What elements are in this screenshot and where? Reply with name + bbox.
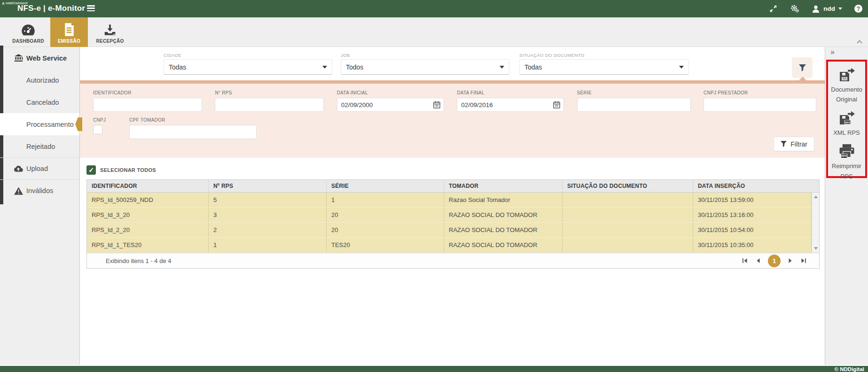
current-page[interactable]: 1 — [768, 255, 781, 267]
sidebar-item-autorizado[interactable]: Autorizado — [0, 69, 79, 91]
collapse-panel-icon[interactable]: » — [830, 48, 835, 56]
filtrar-button[interactable]: Filtrar — [774, 137, 814, 151]
chevron-down-icon — [838, 8, 842, 10]
table-row[interactable]: RPS_Id_2_20 2 20 RAZAO SOCIAL DO TOMADOR… — [87, 223, 819, 238]
tab-emissao[interactable]: EMISSÃO — [50, 17, 88, 47]
sidebar: Web Service Autorizado Cancelado Process… — [0, 47, 80, 365]
sidebar-item-web-service[interactable]: Web Service — [0, 47, 79, 69]
ribbon-toolbar: DASHBOARD EMISSÃO RECEPÇÃO — [0, 17, 868, 47]
topbar: nddConnect NFS-e | e-Monitor ndd ? — [0, 0, 868, 17]
sidebar-item-invalidos[interactable]: Inválidos — [0, 179, 79, 202]
help-icon[interactable]: ? — [854, 5, 862, 13]
data-final-field: DATA FINAL — [457, 90, 564, 112]
data-final-input[interactable] — [457, 98, 564, 112]
col-data-insercao[interactable]: DATA INSERÇÃO — [693, 180, 819, 192]
app-window: nddConnect NFS-e | e-Monitor ndd ? — [0, 0, 868, 372]
cnpj-checkbox[interactable] — [93, 125, 102, 134]
cpf-tomador-field: CPF TOMADOR — [129, 117, 257, 139]
print-rps-icon: RPS — [838, 144, 855, 159]
serie-field: SÉRIE — [577, 90, 691, 112]
select-all-label: SELECIONAR TODOS — [100, 167, 156, 173]
select-all-checkbox[interactable]: ✓ — [86, 165, 96, 175]
tab-recepcao[interactable]: RECEPÇÃO — [91, 17, 129, 47]
menu-toggle-icon[interactable] — [87, 5, 95, 12]
selected-item-marker — [75, 117, 82, 131]
panel-pointer — [798, 77, 807, 81]
numero-rps-input[interactable] — [215, 98, 324, 112]
footer: © NDDigital — [0, 365, 868, 372]
col-tomador[interactable]: TOMADOR — [444, 180, 563, 192]
tab-dashboard[interactable]: DASHBOARD — [9, 17, 47, 47]
reimprimir-rps-button[interactable]: RPS Reimprimir RPS — [828, 144, 865, 181]
funnel-icon — [781, 141, 787, 147]
col-numero-rps[interactable]: Nº RPS — [209, 180, 327, 192]
app-title: NFS-e | e-Monitor — [17, 4, 85, 13]
xml-rps-button[interactable]: RPS XML RPS — [828, 111, 865, 138]
fullscreen-icon[interactable] — [768, 4, 778, 14]
table-row[interactable]: RPS_Id_1_TES20 1 TES20 RAZAO SOCIAL DO T… — [87, 238, 819, 253]
username: ndd — [823, 5, 835, 12]
sidebar-item-rejeitado[interactable]: Rejeitado — [0, 135, 79, 157]
numero-rps-field: N° RPS — [215, 90, 324, 112]
main-content: CIDADE Todas JOB Todos SITUAÇÃO DO DOCUM… — [80, 47, 825, 365]
chevron-down-icon — [679, 66, 684, 69]
col-identificador[interactable]: IDENTIFICADOR — [87, 180, 209, 192]
settings-gears-icon[interactable] — [790, 4, 799, 14]
situacao-select[interactable]: SITUAÇÃO DO DOCUMENTO Todas — [519, 53, 689, 75]
data-inicial-field: DATA INICIAL — [337, 90, 444, 112]
table-scrollbar[interactable] — [812, 193, 819, 253]
user-icon — [812, 5, 820, 13]
documento-original-button[interactable]: Documento Original — [828, 68, 865, 105]
job-select[interactable]: JOB Todos — [341, 53, 509, 75]
table-body: RPS_Id_500259_NDD 5 1 Razao Social Tomad… — [87, 193, 819, 253]
table-header: IDENTIFICADOR Nº RPS SÉRIE TOMADOR SITUA… — [87, 180, 819, 193]
svg-text:RPS: RPS — [845, 121, 850, 124]
cidade-select[interactable]: CIDADE Todas — [164, 53, 332, 75]
calendar-icon[interactable] — [553, 101, 560, 110]
table-pagination: Exibindo itens 1 - 4 de 4 1 — [87, 253, 819, 268]
cnpj-prestador-input[interactable] — [704, 98, 816, 112]
copyright: © NDDigital — [835, 366, 864, 372]
first-page-icon[interactable] — [742, 257, 748, 264]
next-page-icon[interactable] — [787, 257, 794, 264]
last-page-icon[interactable] — [800, 257, 807, 264]
user-menu[interactable]: ndd — [812, 5, 842, 13]
download-icon — [103, 22, 117, 37]
filter-panel: IDENTIFICADOR N° RPS DATA INICIAL — [80, 80, 825, 158]
export-xml-icon: RPS — [838, 111, 855, 126]
cnpj-prestador-field: CNPJ PRESTADOR — [704, 90, 816, 112]
bank-icon — [13, 54, 23, 62]
scroll-up-icon[interactable] — [814, 195, 818, 198]
cnpj-field: CNPJ — [93, 117, 116, 139]
toggle-filter-panel-button[interactable] — [792, 57, 813, 78]
sidebar-item-upload[interactable]: Upload — [0, 157, 79, 179]
svg-text:RPS: RPS — [841, 155, 847, 158]
annotation-highlight-box: Documento Original RPS XML RPS — [826, 60, 867, 178]
document-icon — [64, 22, 75, 37]
prev-page-icon[interactable] — [755, 257, 761, 264]
identificador-input[interactable] — [93, 98, 202, 112]
scroll-down-icon[interactable] — [814, 247, 818, 250]
export-document-icon — [838, 68, 855, 83]
cpf-tomador-input[interactable] — [129, 125, 257, 139]
gauge-icon — [21, 22, 35, 37]
cloud-upload-icon — [13, 165, 23, 172]
warning-icon — [13, 187, 23, 195]
sidebar-item-cancelado[interactable]: Cancelado — [0, 91, 79, 113]
topbar-actions: ndd ? — [768, 0, 862, 17]
table-row[interactable]: RPS_Id_3_20 3 20 RAZAO SOCIAL DO TOMADOR… — [87, 208, 819, 223]
ribbon-collapse-icon[interactable] — [857, 40, 862, 44]
table-row[interactable]: RPS_Id_500259_NDD 5 1 Razao Social Tomad… — [87, 193, 819, 208]
serie-input[interactable] — [577, 98, 691, 112]
calendar-icon[interactable] — [433, 101, 440, 110]
data-inicial-input[interactable] — [337, 98, 444, 112]
sidebar-item-processamento[interactable]: Processamento — [0, 113, 79, 135]
col-situacao[interactable]: SITUAÇÃO DO DOCUMENTO — [563, 180, 693, 192]
col-serie[interactable]: SÉRIE — [327, 180, 444, 192]
chevron-down-icon — [500, 66, 504, 69]
select-all-row: ✓ SELECIONAR TODOS — [86, 165, 825, 175]
chevron-down-icon — [322, 66, 327, 69]
actions-panel: » Documento Original RPS — [825, 47, 868, 365]
items-status: Exibindo itens 1 - 4 de 4 — [106, 257, 171, 264]
funnel-icon — [799, 64, 806, 71]
